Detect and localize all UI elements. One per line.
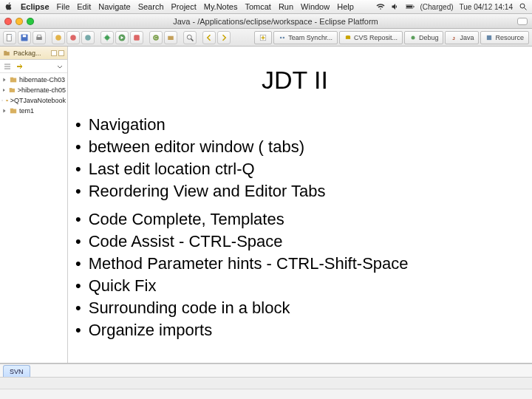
- svg-rect-1: [406, 6, 412, 8]
- svg-rect-27: [346, 36, 350, 39]
- window-close-button[interactable]: [4, 18, 12, 25]
- svg-point-12: [85, 35, 91, 41]
- sub-bullet: Reordering View and Editor Tabs: [75, 182, 519, 201]
- menu-file[interactable]: File: [57, 2, 70, 11]
- menu-search[interactable]: Search: [138, 2, 164, 11]
- svg-point-10: [55, 35, 61, 41]
- perspective-resource[interactable]: Resource: [480, 31, 529, 44]
- forward-button[interactable]: [217, 31, 231, 44]
- disclosure-triangle-icon[interactable]: [1, 87, 7, 93]
- disclosure-triangle-icon[interactable]: [1, 77, 7, 83]
- sub-bullet: Last edit location ctrl-Q: [75, 160, 519, 179]
- svg-point-28: [411, 35, 415, 39]
- status-bar: [0, 389, 532, 399]
- svg-text:J: J: [453, 35, 456, 40]
- menu-edit[interactable]: Edit: [77, 2, 91, 11]
- package-explorer: Packag... hibernate-Ch03 >hibernate-ch05: [0, 47, 68, 363]
- menu-run[interactable]: Run: [279, 2, 293, 11]
- window-title: Java - /Applications/eclipse/workspace -…: [38, 17, 513, 26]
- perspective-cvs[interactable]: CVS Reposit...: [339, 31, 403, 44]
- project-label: tem1: [19, 107, 34, 115]
- back-button[interactable]: [202, 31, 216, 44]
- collapse-all-button[interactable]: [3, 62, 12, 71]
- bottom-tabs: SVN: [0, 364, 532, 378]
- svg-rect-20: [168, 35, 174, 39]
- spotlight-icon[interactable]: [519, 2, 528, 11]
- svg-text:C: C: [154, 35, 158, 40]
- view-menu-button[interactable]: [55, 62, 64, 71]
- apple-icon[interactable]: [4, 1, 13, 12]
- svg-rect-34: [10, 78, 13, 79]
- run-button[interactable]: [115, 31, 129, 44]
- bullet: Code Complete, Templates: [75, 210, 519, 229]
- perspective-java[interactable]: JJava: [445, 31, 479, 44]
- bullet: Organize imports: [75, 321, 519, 340]
- eclipse-toolbar: C Team Synchr... CVS Reposit... Debug JJ…: [0, 29, 532, 47]
- window-titlebar: Java - /Applications/eclipse/workspace -…: [0, 14, 532, 29]
- package-explorer-label: Packag...: [13, 50, 41, 57]
- svg-rect-38: [6, 100, 7, 100]
- save-button[interactable]: [18, 31, 31, 44]
- svg-rect-33: [10, 78, 16, 83]
- bottom-panel: SVN: [0, 364, 532, 389]
- editor-area: JDT II Navigation between editor window …: [68, 47, 532, 363]
- new-class-button[interactable]: C: [149, 31, 163, 44]
- project-tree[interactable]: hibernate-Ch03 >hibernate-ch05 >QTJavaNo…: [0, 73, 67, 363]
- menu-help[interactable]: Help: [337, 2, 354, 11]
- project-icon: [6, 97, 8, 104]
- new-button[interactable]: [3, 31, 16, 44]
- svg-rect-2: [413, 6, 414, 7]
- package-explorer-tab[interactable]: Packag...: [0, 47, 67, 60]
- app-name[interactable]: Eclipse: [21, 2, 50, 11]
- window-toolbar-pill[interactable]: [517, 18, 528, 25]
- link-editor-button[interactable]: [15, 62, 24, 71]
- tomcat-restart-button[interactable]: [81, 31, 95, 44]
- menu-project[interactable]: Project: [171, 2, 197, 11]
- menu-navigate[interactable]: Navigate: [98, 2, 130, 11]
- menu-mynotes[interactable]: My.Notes: [204, 2, 238, 11]
- project-label: >QTJavaNotebook: [10, 97, 66, 104]
- disclosure-triangle-icon[interactable]: [1, 98, 4, 103]
- window-zoom-button[interactable]: [27, 18, 34, 25]
- bullet-navigation: Navigation: [75, 115, 519, 134]
- svg-rect-5: [7, 34, 11, 41]
- project-node[interactable]: hibernate-Ch03: [1, 75, 66, 85]
- svg-rect-17: [134, 35, 140, 41]
- perspective-team-sync[interactable]: Team Synchr...: [273, 31, 338, 44]
- debug-button[interactable]: [100, 31, 114, 44]
- svg-point-3: [520, 4, 525, 8]
- wifi-icon: [376, 2, 385, 11]
- window-traffic-lights: [4, 18, 34, 25]
- project-node[interactable]: >QTJavaNotebook: [1, 95, 66, 106]
- svg-line-22: [191, 38, 194, 41]
- svg-point-25: [283, 36, 285, 38]
- svg-rect-40: [10, 109, 13, 110]
- open-type-button[interactable]: [183, 31, 197, 44]
- bullet: Code Assist - CTRL-Space: [75, 232, 519, 251]
- svg-point-11: [70, 35, 76, 41]
- open-perspective-button[interactable]: [254, 31, 272, 44]
- mac-menubar: Eclipse File Edit Navigate Search Projec…: [0, 0, 532, 14]
- menu-window[interactable]: Window: [301, 2, 330, 11]
- project-node[interactable]: >hibernate-ch05: [1, 85, 66, 95]
- menu-tomcat[interactable]: Tomcat: [245, 2, 270, 11]
- new-package-button[interactable]: [164, 31, 177, 44]
- disclosure-triangle-icon[interactable]: [1, 108, 7, 114]
- tomcat-start-button[interactable]: [52, 31, 65, 44]
- print-button[interactable]: [33, 31, 46, 44]
- package-icon: [3, 50, 10, 57]
- tomcat-stop-button[interactable]: [66, 31, 80, 44]
- speaker-icon: [391, 2, 400, 11]
- view-minimize-button[interactable]: [51, 50, 57, 56]
- svg-rect-36: [10, 88, 13, 89]
- menubar-status: (Charged) Tue 04/12 14:14: [376, 2, 528, 11]
- external-tools-button[interactable]: [130, 31, 143, 44]
- svg-point-21: [187, 35, 191, 39]
- perspective-debug[interactable]: Debug: [404, 31, 444, 44]
- view-maximize-button[interactable]: [58, 50, 64, 56]
- tab-svn[interactable]: SVN: [3, 365, 30, 377]
- svg-line-4: [525, 8, 527, 10]
- battery-label: (Charged): [420, 3, 454, 11]
- window-minimize-button[interactable]: [16, 18, 23, 25]
- project-node[interactable]: tem1: [1, 106, 66, 116]
